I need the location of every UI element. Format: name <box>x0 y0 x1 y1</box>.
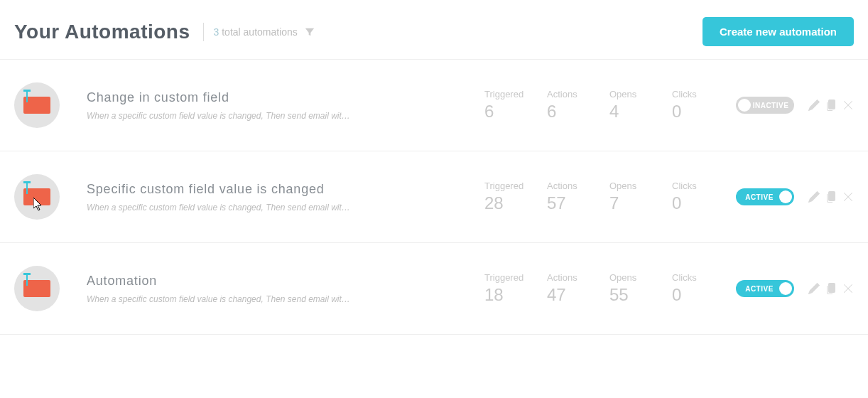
create-automation-button[interactable]: Create new automation <box>702 17 854 46</box>
status-toggle[interactable]: ACTIVE <box>736 188 794 205</box>
stat-triggered: Triggered 6 <box>484 89 527 122</box>
automation-info: Specific custom field value is changed W… <box>87 182 484 213</box>
edit-icon[interactable] <box>808 191 820 203</box>
copy-icon[interactable] <box>825 191 837 203</box>
stat-clicks: Clicks 0 <box>672 272 715 305</box>
automation-stats: Triggered 18 Actions 47 Opens 55 Clicks … <box>484 272 715 305</box>
automation-description: When a specific custom field value is ch… <box>87 294 484 304</box>
page-header: Your Automations 3 total automations Cre… <box>0 0 868 60</box>
automation-row[interactable]: Specific custom field value is changed W… <box>0 151 868 243</box>
automation-description: When a specific custom field value is ch… <box>87 203 484 213</box>
stat-actions: Actions 6 <box>547 89 590 122</box>
automation-icon <box>14 174 60 220</box>
automation-stats: Triggered 6 Actions 6 Opens 4 Clicks 0 <box>484 89 715 122</box>
count-label: total automations <box>219 26 298 38</box>
stat-triggered: Triggered 28 <box>484 181 527 213</box>
status-toggle[interactable]: ACTIVE <box>736 280 794 297</box>
edit-icon[interactable] <box>808 100 820 111</box>
row-actions <box>808 100 854 111</box>
delete-icon[interactable] <box>842 191 854 203</box>
stat-opens: Opens 7 <box>609 181 652 213</box>
stat-triggered: Triggered 18 <box>484 272 527 305</box>
automation-count: 3 total automations <box>214 26 298 38</box>
stat-opens: Opens 4 <box>609 89 652 122</box>
page-title: Your Automations <box>14 21 190 43</box>
header-divider <box>203 23 204 41</box>
automation-stats: Triggered 28 Actions 57 Opens 7 Clicks 0 <box>484 181 715 213</box>
automation-info: Automation When a specific custom field … <box>87 274 484 304</box>
automation-title: Specific custom field value is changed <box>87 182 484 197</box>
stat-actions: Actions 47 <box>547 272 590 305</box>
stat-opens: Opens 55 <box>609 272 652 305</box>
stat-clicks: Clicks 0 <box>672 181 715 213</box>
copy-icon[interactable] <box>825 283 837 294</box>
filter-icon[interactable] <box>305 27 315 37</box>
automation-description: When a specific custom field value is ch… <box>87 111 484 121</box>
stat-actions: Actions 57 <box>547 181 590 213</box>
automation-info: Change in custom field When a specific c… <box>87 90 484 121</box>
automation-icon <box>14 266 60 311</box>
automation-title: Change in custom field <box>87 90 484 105</box>
automation-row[interactable]: Change in custom field When a specific c… <box>0 60 868 151</box>
delete-icon[interactable] <box>842 100 854 111</box>
automation-icon <box>14 82 60 128</box>
delete-icon[interactable] <box>842 283 854 294</box>
automation-title: Automation <box>87 274 484 289</box>
row-actions <box>808 283 854 294</box>
automation-row[interactable]: Automation When a specific custom field … <box>0 243 868 335</box>
copy-icon[interactable] <box>825 100 837 111</box>
stat-clicks: Clicks 0 <box>672 89 715 122</box>
status-toggle[interactable]: INACTIVE <box>736 97 794 114</box>
row-actions <box>808 191 854 203</box>
edit-icon[interactable] <box>808 283 820 294</box>
